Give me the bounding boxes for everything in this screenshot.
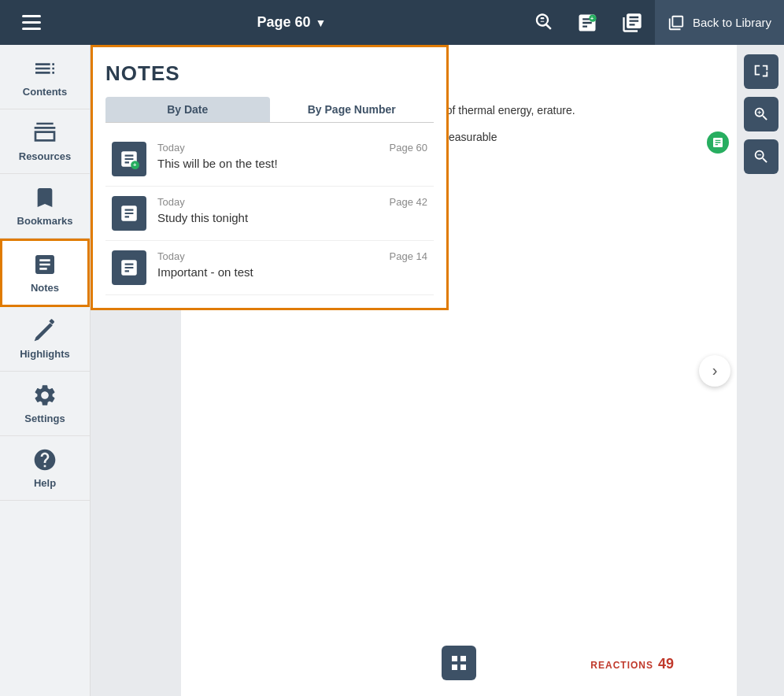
bookmarks-label: Bookmarks xyxy=(17,215,73,227)
note-item-2[interactable]: Today Page 14 Important - on test xyxy=(105,241,434,295)
settings-label: Settings xyxy=(24,413,65,424)
menu-button[interactable] xyxy=(0,0,63,45)
library-icon-button[interactable] xyxy=(610,0,655,45)
svg-rect-0 xyxy=(541,17,545,19)
svg-text:+: + xyxy=(133,161,137,168)
note-text-2: Important - on test xyxy=(157,265,427,279)
note-bubble-icon xyxy=(712,136,724,149)
grid-button[interactable] xyxy=(442,646,476,680)
note-page-2: Page 14 xyxy=(390,250,427,262)
back-to-library-label: Back to Library xyxy=(693,16,771,29)
resources-icon xyxy=(32,120,57,146)
note-item-0[interactable]: + Today Page 60 This will be on the test… xyxy=(105,132,434,187)
zoom-in-button[interactable] xyxy=(744,97,778,131)
note-icon-2 xyxy=(112,250,146,285)
reactions-number: 49 xyxy=(658,656,674,672)
contents-label: Contents xyxy=(23,86,67,98)
sidebar-item-notes[interactable]: Notes xyxy=(0,239,90,307)
highlights-icon xyxy=(32,318,57,343)
right-panel xyxy=(738,45,784,696)
sidebar-item-bookmarks[interactable]: Bookmarks xyxy=(0,174,90,239)
tab-by-date[interactable]: By Date xyxy=(105,97,270,122)
note-text-1: Study this tonight xyxy=(157,211,427,224)
note-date-0: Today xyxy=(157,142,185,154)
resources-label: Resources xyxy=(19,150,71,162)
sidebar: Contents Resources Bookmarks Notes Highl… xyxy=(0,45,91,696)
notes-icon xyxy=(32,252,57,277)
top-bar: Page 60 ▼ + Back to Library xyxy=(0,0,784,45)
grid-icon xyxy=(449,653,468,672)
note-content-0: Today Page 60 This will be on the test! xyxy=(157,142,427,170)
reactions-label: REACTIONS xyxy=(590,660,653,671)
note-content-1: Today Page 42 Study this tonight xyxy=(157,196,427,224)
tab-by-page[interactable]: By Page Number xyxy=(270,97,435,122)
zoom-out-button[interactable] xyxy=(744,139,778,174)
main-area: Contents Resources Bookmarks Notes Highl… xyxy=(0,45,784,696)
note-content-2: Today Page 14 Important - on test xyxy=(157,250,427,279)
reactions-footer: REACTIONS 49 xyxy=(590,656,674,672)
expand-icon xyxy=(753,63,770,80)
note-icon-1 xyxy=(112,196,146,231)
note-page-0: Page 60 xyxy=(390,142,427,154)
sidebar-item-resources[interactable]: Resources xyxy=(0,109,90,174)
note-date-2: Today xyxy=(157,250,185,262)
sidebar-item-contents[interactable]: Contents xyxy=(0,45,90,109)
next-page-button[interactable]: › xyxy=(699,355,730,387)
note-meta-2: Today Page 14 xyxy=(157,250,427,262)
svg-text:+: + xyxy=(591,16,594,21)
settings-icon xyxy=(32,383,57,408)
sidebar-item-highlights[interactable]: Highlights xyxy=(0,307,90,372)
back-to-library-button[interactable]: Back to Library xyxy=(655,0,784,45)
note-meta-1: Today Page 42 xyxy=(157,196,427,208)
contents-icon xyxy=(32,56,57,81)
top-bar-actions: + Back to Library xyxy=(520,0,784,45)
bookmarks-icon xyxy=(32,185,57,210)
note-text-0: This will be on the test! xyxy=(157,157,427,170)
help-label: Help xyxy=(34,477,56,489)
note-page-1: Page 42 xyxy=(390,196,427,208)
hamburger-icon xyxy=(22,15,41,30)
chevron-down-icon: ▼ xyxy=(316,17,327,29)
notes-tabs: By Date By Page Number xyxy=(105,97,434,123)
page-title[interactable]: Page 60 ▼ xyxy=(63,14,520,31)
search-icon-button[interactable] xyxy=(520,0,565,45)
notes-add-icon-button[interactable]: + xyxy=(565,0,610,45)
help-icon xyxy=(32,447,57,472)
notes-panel: NOTES By Date By Page Number + Today Pag… xyxy=(91,45,449,310)
note-item-1[interactable]: Today Page 42 Study this tonight xyxy=(105,187,434,241)
sidebar-item-help[interactable]: Help xyxy=(0,436,90,501)
notes-panel-title: NOTES xyxy=(105,61,434,86)
expand-button[interactable] xyxy=(744,54,778,89)
sidebar-item-settings[interactable]: Settings xyxy=(0,372,90,436)
note-date-1: Today xyxy=(157,196,185,208)
note-meta-0: Today Page 60 xyxy=(157,142,427,154)
note-bubble[interactable] xyxy=(707,131,729,154)
note-icon-0: + xyxy=(112,142,146,176)
zoom-in-icon xyxy=(753,106,770,123)
svg-rect-1 xyxy=(541,20,545,21)
zoom-out-icon xyxy=(753,148,770,165)
notes-label: Notes xyxy=(31,282,59,294)
highlights-label: Highlights xyxy=(20,348,70,360)
